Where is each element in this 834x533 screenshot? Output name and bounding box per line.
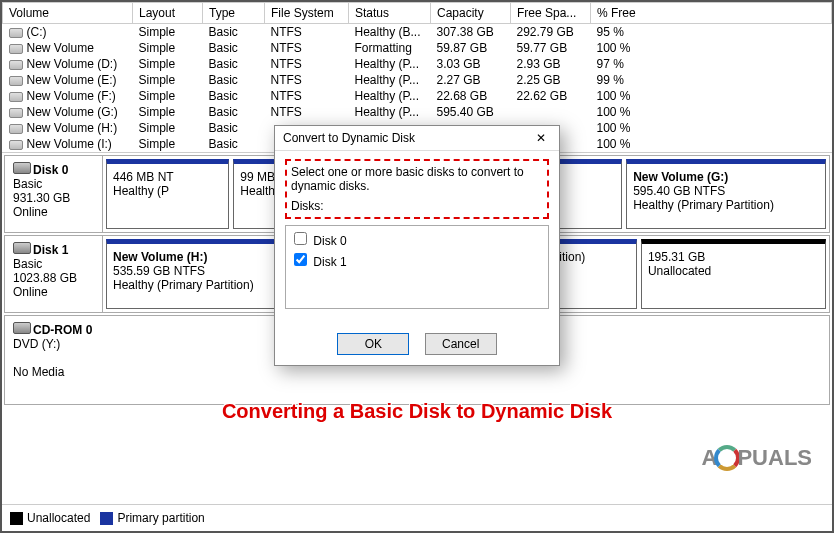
disk-icon: [13, 242, 31, 254]
table-row[interactable]: New Volume (D:) SimpleBasicNTFSHealthy (…: [3, 56, 832, 72]
ok-button[interactable]: OK: [337, 333, 409, 355]
disk-list[interactable]: Disk 0 Disk 1: [285, 225, 549, 309]
annotation-caption: Converting a Basic Disk to Dynamic Disk: [2, 400, 832, 423]
partition[interactable]: 195.31 GBUnallocated: [641, 239, 826, 309]
drive-icon: [9, 28, 23, 38]
table-row[interactable]: New Volume (F:) SimpleBasicNTFSHealthy (…: [3, 88, 832, 104]
disk-checkbox[interactable]: [294, 232, 307, 245]
table-row[interactable]: New Volume (E:) SimpleBasicNTFSHealthy (…: [3, 72, 832, 88]
close-icon[interactable]: ✕: [531, 131, 551, 145]
column-header[interactable]: Free Spa...: [511, 3, 591, 24]
drive-icon: [9, 44, 23, 54]
disk-checkbox[interactable]: [294, 253, 307, 266]
drive-icon: [9, 124, 23, 134]
column-header[interactable]: % Free: [591, 3, 832, 24]
dialog-title: Convert to Dynamic Disk: [283, 131, 415, 145]
column-header[interactable]: Volume: [3, 3, 133, 24]
cdrom-icon: [13, 322, 31, 334]
column-header[interactable]: Status: [349, 3, 431, 24]
legend: Unallocated Primary partition: [2, 504, 832, 531]
cdrom-label: CD-ROM 0 DVD (Y:) No Media: [5, 316, 100, 404]
drive-icon: [9, 92, 23, 102]
table-row[interactable]: (C:) SimpleBasicNTFSHealthy (B... 307.38…: [3, 24, 832, 41]
convert-dialog: Convert to Dynamic Disk ✕ Select one or …: [274, 125, 560, 366]
table-row[interactable]: New Volume SimpleBasicNTFSFormatting 59.…: [3, 40, 832, 56]
legend-swatch-unallocated: [10, 512, 23, 525]
column-header[interactable]: Capacity: [431, 3, 511, 24]
partition[interactable]: 446 MB NTHealthy (P: [106, 159, 229, 229]
cancel-button[interactable]: Cancel: [425, 333, 497, 355]
dialog-titlebar[interactable]: Convert to Dynamic Disk ✕: [275, 126, 559, 151]
partition[interactable]: New Volume (G:)595.40 GB NTFSHealthy (Pr…: [626, 159, 826, 229]
disk-option[interactable]: Disk 1: [288, 249, 546, 270]
column-header[interactable]: Type: [203, 3, 265, 24]
disk-0-label: Disk 0 Basic 931.30 GB Online: [5, 156, 103, 232]
disk-option[interactable]: Disk 0: [288, 228, 546, 249]
disk-icon: [13, 162, 31, 174]
drive-icon: [9, 60, 23, 70]
drive-icon: [9, 108, 23, 118]
watermark: APUALS: [702, 445, 812, 471]
instruction-highlight: Select one or more basic disks to conver…: [285, 159, 549, 219]
table-row[interactable]: New Volume (G:) SimpleBasicNTFSHealthy (…: [3, 104, 832, 120]
drive-icon: [9, 76, 23, 86]
dialog-instruction: Select one or more basic disks to conver…: [291, 165, 543, 193]
legend-swatch-primary: [100, 512, 113, 525]
disk-1-label: Disk 1 Basic 1023.88 GB Online: [5, 236, 103, 312]
drive-icon: [9, 140, 23, 150]
column-header[interactable]: File System: [265, 3, 349, 24]
column-header[interactable]: Layout: [133, 3, 203, 24]
disks-label: Disks:: [291, 199, 543, 213]
